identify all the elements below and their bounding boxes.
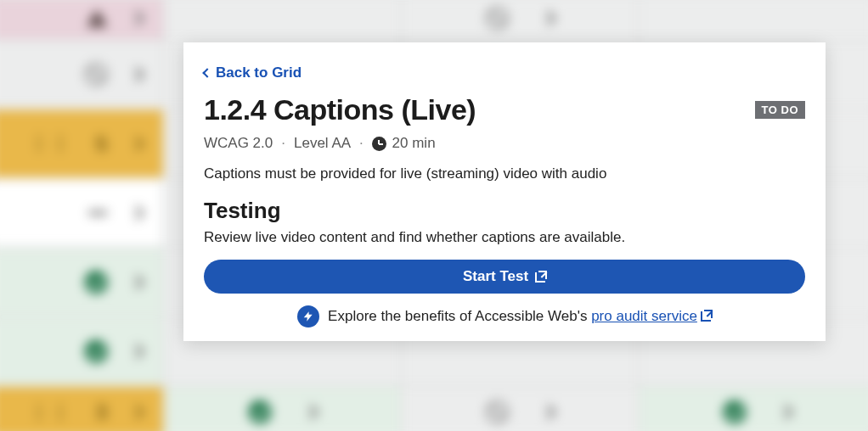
promo-row: Explore the benefits of Accessible Web's… [204,305,805,327]
status-badge: TO DO [755,101,805,119]
bolt-icon [297,305,319,327]
meta-level: Level AA [294,135,351,152]
start-test-label: Start Test [463,268,528,285]
meta-separator: · [359,135,364,152]
meta-separator: · [281,135,285,152]
testing-text: Review live video content and find wheth… [204,229,805,246]
external-link-icon [701,311,712,322]
external-link-icon [535,271,546,283]
clock-icon [372,137,386,151]
criterion-description: Captions must be provided for live (stre… [204,165,805,182]
meta-wcag-version: WCAG 2.0 [204,135,273,152]
back-link-label: Back to Grid [216,64,302,81]
chevron-left-icon [202,68,211,77]
back-to-grid-link[interactable]: Back to Grid [204,64,302,81]
criterion-title: 1.2.4 Captions (Live) [204,93,476,126]
promo-text: Explore the benefits of Accessible Web's… [328,308,712,325]
start-test-button[interactable]: Start Test [204,260,805,294]
criterion-meta: WCAG 2.0 · Level AA · 20 min [204,135,805,152]
testing-heading: Testing [204,198,805,224]
criterion-panel: Back to Grid 1.2.4 Captions (Live) TO DO… [183,42,826,341]
pro-audit-link[interactable]: pro audit service [591,308,697,324]
meta-time: 20 min [372,135,436,152]
